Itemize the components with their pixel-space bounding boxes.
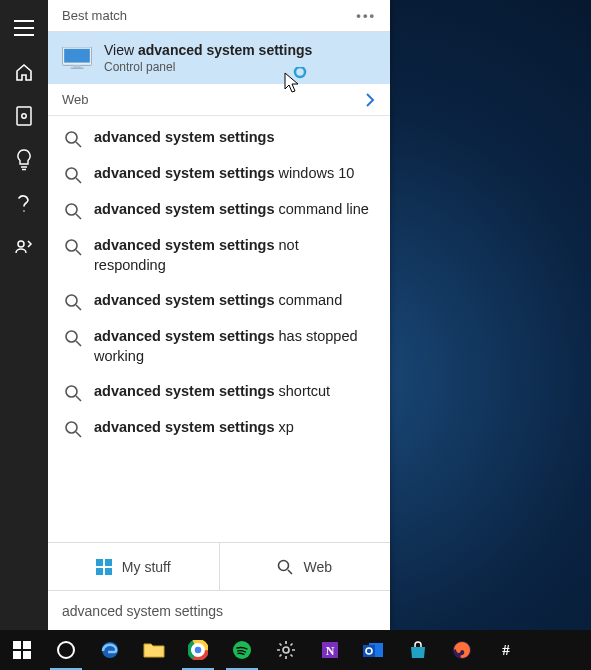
search-input[interactable]: advanced system settings	[48, 590, 390, 630]
web-results: advanced system settingsadvanced system …	[48, 116, 390, 542]
help-icon[interactable]	[0, 182, 48, 226]
windows-logo-icon	[96, 559, 112, 575]
web-result-item[interactable]: advanced system settings xp	[54, 410, 384, 446]
svg-rect-24	[23, 651, 31, 659]
svg-point-20	[279, 560, 289, 570]
svg-point-32	[233, 641, 251, 659]
left-rail	[0, 0, 48, 630]
outlook-icon[interactable]	[352, 630, 396, 670]
svg-point-2	[18, 241, 24, 247]
web-result-item[interactable]: advanced system settings command	[54, 283, 384, 319]
svg-text:N: N	[326, 644, 335, 658]
search-icon	[64, 293, 82, 311]
result-text: advanced system settings command	[94, 291, 342, 311]
best-match-header: Best match •••	[48, 0, 390, 32]
svg-text:#: #	[502, 642, 510, 658]
svg-rect-19	[105, 568, 112, 575]
result-text: advanced system settings windows 10	[94, 164, 354, 184]
svg-rect-17	[105, 559, 112, 566]
search-icon	[64, 238, 82, 256]
svg-point-1	[22, 114, 26, 118]
svg-point-12	[66, 295, 77, 306]
result-text: advanced system settings xp	[94, 418, 294, 438]
result-text: advanced system settings command line	[94, 200, 369, 220]
svg-rect-6	[71, 68, 84, 69]
svg-point-15	[66, 422, 77, 433]
search-icon	[64, 329, 82, 347]
search-results-body: Best match ••• View advanced system sett…	[48, 0, 390, 630]
edge-icon[interactable]	[88, 630, 132, 670]
file-explorer-icon[interactable]	[132, 630, 176, 670]
web-result-item[interactable]: advanced system settings not responding	[54, 228, 384, 283]
chevron-right-icon[interactable]	[364, 93, 376, 107]
more-icon[interactable]: •••	[356, 8, 376, 23]
tab-my-stuff[interactable]: My stuff	[48, 543, 219, 590]
svg-rect-16	[96, 559, 103, 566]
tab-web[interactable]: Web	[219, 543, 391, 590]
svg-point-13	[66, 331, 77, 342]
best-match-text: View advanced system settings Control pa…	[104, 42, 312, 74]
web-result-item[interactable]: advanced system settings windows 10	[54, 156, 384, 192]
svg-point-33	[283, 647, 289, 653]
settings-icon[interactable]	[264, 630, 308, 670]
search-icon	[277, 559, 293, 575]
lightbulb-icon[interactable]	[0, 138, 48, 182]
result-text: advanced system settings has stopped wor…	[94, 327, 374, 366]
search-input-value: advanced system settings	[62, 603, 223, 619]
feedback-icon[interactable]	[0, 226, 48, 270]
svg-point-25	[58, 642, 74, 658]
chrome-icon[interactable]	[176, 630, 220, 670]
firefox-icon[interactable]	[440, 630, 484, 670]
web-result-item[interactable]: advanced system settings has stopped wor…	[54, 319, 384, 374]
best-match-item[interactable]: View advanced system settings Control pa…	[48, 32, 390, 84]
hamburger-icon[interactable]	[0, 6, 48, 50]
taskbar: N #	[0, 630, 591, 670]
result-text: advanced system settings	[94, 128, 275, 148]
scope-tabs: My stuff Web	[48, 542, 390, 590]
onenote-icon[interactable]: N	[308, 630, 352, 670]
svg-rect-22	[23, 641, 31, 649]
web-result-item[interactable]: advanced system settings command line	[54, 192, 384, 228]
notebook-icon[interactable]	[0, 94, 48, 138]
result-text: advanced system settings shortcut	[94, 382, 330, 402]
svg-rect-37	[363, 645, 375, 657]
web-header-label: Web	[62, 92, 89, 107]
svg-point-8	[66, 132, 77, 143]
web-header: Web	[48, 84, 390, 116]
svg-point-11	[66, 240, 77, 251]
search-icon	[64, 166, 82, 184]
svg-rect-18	[96, 568, 103, 575]
svg-rect-4	[64, 49, 90, 63]
svg-point-10	[66, 204, 77, 215]
cortana-icon[interactable]	[44, 630, 88, 670]
svg-rect-5	[73, 65, 80, 67]
search-icon	[64, 420, 82, 438]
store-icon[interactable]	[396, 630, 440, 670]
best-match-label: Best match	[62, 8, 127, 23]
tab-web-label: Web	[303, 559, 332, 575]
svg-point-31	[194, 646, 202, 654]
search-icon	[64, 202, 82, 220]
start-search-panel: Best match ••• View advanced system sett…	[0, 0, 390, 630]
search-icon	[64, 130, 82, 148]
svg-point-9	[66, 168, 77, 179]
search-icon	[64, 384, 82, 402]
result-text: advanced system settings not responding	[94, 236, 374, 275]
start-icon[interactable]	[0, 630, 44, 670]
web-result-item[interactable]: advanced system settings	[54, 120, 384, 156]
home-icon[interactable]	[0, 50, 48, 94]
svg-rect-21	[13, 641, 21, 649]
svg-rect-0	[17, 107, 31, 125]
tab-my-stuff-label: My stuff	[122, 559, 171, 575]
svg-rect-23	[13, 651, 21, 659]
monitor-icon	[62, 47, 92, 69]
spotify-icon[interactable]	[220, 630, 264, 670]
svg-point-14	[66, 386, 77, 397]
slack-icon[interactable]: #	[484, 630, 528, 670]
web-result-item[interactable]: advanced system settings shortcut	[54, 374, 384, 410]
